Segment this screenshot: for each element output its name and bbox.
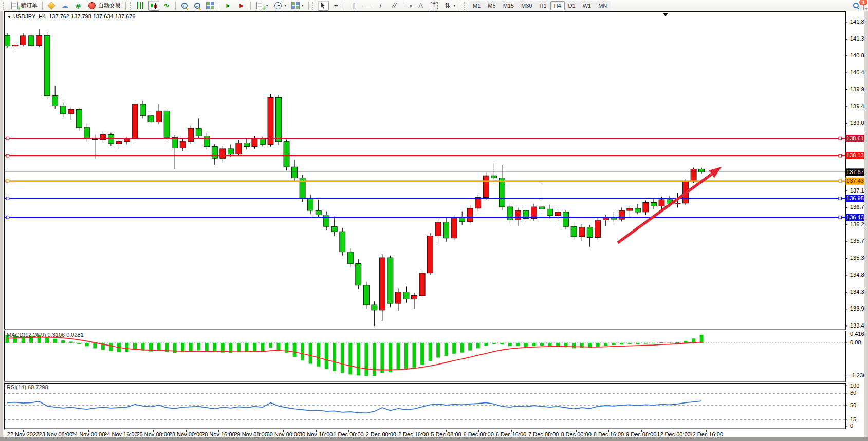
notifications-button[interactable]: 1 bbox=[863, 1, 864, 10]
rsi-label: RSI(14) 60.7298 bbox=[7, 384, 48, 390]
time-axis-label: 2 Dec 16:00 bbox=[398, 431, 429, 437]
tile-windows-button[interactable] bbox=[204, 1, 216, 11]
vertical-line-icon: | bbox=[350, 2, 358, 10]
toolbar-grip bbox=[464, 2, 467, 10]
arrows-tool-icon: ⇅ bbox=[444, 2, 452, 10]
line-chart-button[interactable]: ∿ bbox=[160, 1, 173, 11]
fibonacci-icon bbox=[404, 3, 411, 9]
periods-button[interactable]: ▾ bbox=[271, 1, 289, 11]
arrows-caret-icon: ▾ bbox=[454, 4, 456, 8]
toolbar-separator bbox=[42, 2, 43, 10]
time-axis-label: 6 Dec 00:00 bbox=[464, 431, 494, 437]
time-axis-label: 23 Nov 08:00 bbox=[39, 431, 72, 437]
time-axis-label: 22 Nov 2022 bbox=[7, 431, 39, 437]
main-chart-pane[interactable]: 141.810141.340140.880140.410139.950139.4… bbox=[4, 11, 868, 330]
mql5-community-button[interactable]: ☁ bbox=[59, 1, 71, 11]
timeframe-button-M30[interactable]: M30 bbox=[518, 1, 535, 10]
arrows-tool-button[interactable]: ⇅ ▾ bbox=[441, 1, 458, 11]
time-axis-label: 8 Dec 00:00 bbox=[561, 431, 591, 437]
timeframe-button-MN[interactable]: MN bbox=[595, 1, 611, 10]
timeframe-button-D1[interactable]: D1 bbox=[565, 1, 579, 10]
window-right-edge bbox=[864, 11, 868, 441]
toolbar-separator bbox=[308, 2, 309, 10]
signals-icon: ◉ bbox=[74, 2, 82, 10]
title-dropdown-icon[interactable]: ▼ bbox=[7, 15, 11, 20]
channel-icon: // bbox=[389, 2, 399, 10]
auto-scroll-icon: ▶ bbox=[224, 2, 232, 10]
zoom-out-icon: − bbox=[194, 2, 200, 9]
zoom-in-icon: + bbox=[181, 2, 188, 9]
candlestick-chart-button[interactable] bbox=[148, 1, 159, 11]
cursor-icon bbox=[320, 2, 327, 9]
periods-clock-icon bbox=[274, 2, 282, 9]
candlestick-chart-icon bbox=[150, 2, 157, 9]
timeframe-button-W1[interactable]: W1 bbox=[579, 1, 595, 10]
toolbar-separator bbox=[460, 2, 460, 10]
svg-text:0.416: 0.416 bbox=[850, 331, 864, 337]
rsi-svg[interactable]: 1008050150 bbox=[4, 383, 868, 429]
signals-button[interactable]: ◉ bbox=[72, 1, 84, 11]
cursor-tool-button[interactable] bbox=[318, 1, 329, 11]
crosshair-icon: + bbox=[332, 2, 340, 10]
time-axis-label: 5 Dec 08:00 bbox=[431, 431, 461, 437]
time-axis-label: 7 Dec 08:00 bbox=[528, 431, 559, 437]
autotrading-icon bbox=[88, 2, 96, 9]
search-icon bbox=[853, 2, 859, 9]
horizontal-line-tool-button[interactable]: — bbox=[361, 1, 374, 11]
indicators-button[interactable]: ▾ bbox=[253, 1, 270, 11]
time-axis[interactable]: 22 Nov 202223 Nov 08:0024 Nov 00:0024 No… bbox=[4, 430, 868, 437]
rsi-pane[interactable]: 1008050150 RSI(14) 60.7298 bbox=[4, 383, 868, 429]
timeframe-button-H1[interactable]: H1 bbox=[535, 1, 550, 10]
text-tool-button[interactable]: A bbox=[415, 1, 427, 11]
time-axis-label: 8 Dec 16:00 bbox=[594, 431, 624, 437]
time-axis-label: 28 Nov 00:00 bbox=[169, 431, 202, 437]
chart-shift-icon: ▶ bbox=[237, 2, 246, 10]
timeframe-button-M5[interactable]: M5 bbox=[484, 1, 499, 10]
mt4-window: 新订单 ☁ ◉ 自动交易 ∿ + − ▶ ▶ ▾ bbox=[0, 0, 868, 441]
svg-text:100: 100 bbox=[850, 383, 859, 389]
trendline-tool-button[interactable]: / bbox=[375, 1, 387, 11]
toolbar-separator bbox=[219, 2, 219, 10]
trendline-icon: / bbox=[377, 2, 385, 10]
toolbar-separator bbox=[175, 2, 176, 10]
macd-svg[interactable]: 0.4160.00-1.236 bbox=[4, 331, 868, 382]
templates-button[interactable]: ▾ bbox=[289, 1, 306, 11]
chart-shift-button[interactable]: ▶ bbox=[235, 1, 248, 11]
toolbar-grip bbox=[312, 2, 316, 10]
templates-caret-icon: ▾ bbox=[302, 4, 304, 8]
svg-text:15: 15 bbox=[850, 416, 856, 423]
crosshair-tool-button[interactable]: + bbox=[330, 1, 342, 11]
time-axis-label: 12 Dec 00:00 bbox=[657, 431, 690, 437]
timeframe-button-H4[interactable]: H4 bbox=[550, 1, 565, 10]
fibonacci-tool-button[interactable] bbox=[401, 1, 414, 11]
timeframe-button-M1[interactable]: M1 bbox=[469, 1, 484, 10]
time-axis-label: 12 Dec 16:00 bbox=[690, 431, 723, 437]
channel-tool-button[interactable]: // bbox=[388, 1, 400, 11]
autotrading-label: 自动交易 bbox=[98, 2, 121, 9]
svg-text:0.00: 0.00 bbox=[850, 339, 861, 346]
toolbar-separator bbox=[250, 2, 251, 10]
macd-label: MACD(12,26,9) 0.3106 0.0281 bbox=[7, 332, 84, 338]
zoom-in-button[interactable]: + bbox=[178, 1, 190, 11]
macd-pane[interactable]: 0.4160.00-1.236 MACD(12,26,9) 0.3106 0.0… bbox=[4, 331, 868, 382]
templates-icon bbox=[291, 2, 300, 9]
metaeditor-button[interactable] bbox=[45, 1, 58, 11]
toolbar-grip bbox=[3, 2, 6, 10]
periods-caret-icon: ▾ bbox=[285, 4, 287, 8]
new-order-button[interactable]: 新订单 bbox=[8, 1, 40, 11]
line-chart-icon: ∿ bbox=[162, 2, 171, 10]
autotrading-button[interactable]: 自动交易 bbox=[85, 1, 123, 11]
auto-scroll-button[interactable]: ▶ bbox=[222, 1, 234, 11]
text-label-tool-button[interactable]: T bbox=[428, 1, 440, 11]
vertical-line-tool-button[interactable]: | bbox=[348, 1, 360, 11]
svg-text:50: 50 bbox=[850, 402, 856, 408]
zoom-out-button[interactable]: − bbox=[191, 1, 203, 11]
toolbar-grip bbox=[130, 2, 133, 10]
main-chart-svg[interactable]: 141.810141.340140.880140.410139.950139.4… bbox=[4, 11, 868, 330]
bar-chart-button[interactable] bbox=[135, 1, 147, 11]
horizontal-line-icon: — bbox=[363, 2, 372, 10]
time-axis-label: 9 Dec 08:00 bbox=[626, 431, 656, 437]
timeframe-button-M15[interactable]: M15 bbox=[500, 1, 518, 10]
new-order-label: 新订单 bbox=[21, 2, 38, 9]
chart-shift-marker-icon bbox=[663, 13, 668, 16]
